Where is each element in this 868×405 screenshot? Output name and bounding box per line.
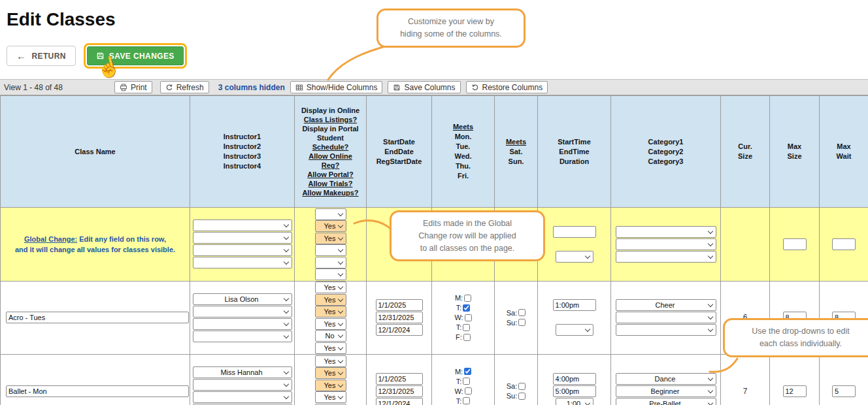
global-instructor2-select[interactable] xyxy=(193,232,292,244)
header-link[interactable]: Meets xyxy=(496,137,536,147)
global-flag1-select[interactable] xyxy=(315,208,346,220)
global-category1-select[interactable] xyxy=(616,226,716,238)
flag1-select[interactable]: Yes xyxy=(315,355,346,367)
reg-start-date-input[interactable] xyxy=(376,398,423,405)
instructor1-select[interactable]: Lisa Olson xyxy=(193,293,292,305)
restore-icon xyxy=(471,84,479,91)
duration-select[interactable] xyxy=(556,324,593,336)
class-name-input[interactable] xyxy=(6,385,189,397)
global-flag5-select[interactable] xyxy=(315,257,346,268)
category3-select[interactable] xyxy=(616,324,716,336)
fri-checkbox[interactable] xyxy=(463,334,471,341)
start-time-input[interactable] xyxy=(553,299,596,311)
thu-checkbox[interactable] xyxy=(463,397,470,404)
reg-start-date-input[interactable] xyxy=(376,324,423,336)
max-wait-input[interactable] xyxy=(832,385,856,397)
wed-checkbox[interactable] xyxy=(465,314,472,321)
instructor3-select[interactable] xyxy=(193,318,292,330)
header-link[interactable]: Allow Makeups? xyxy=(296,188,365,197)
flag2-select[interactable]: Yes xyxy=(315,367,346,379)
header-link[interactable]: Allow Trials? xyxy=(296,179,365,188)
chevron-down-icon xyxy=(337,210,342,216)
flag4-select[interactable]: Yes xyxy=(315,391,346,403)
global-category3-select[interactable] xyxy=(616,251,716,263)
instructor2-select[interactable] xyxy=(193,306,292,317)
wed-checkbox[interactable] xyxy=(465,387,472,395)
chevron-down-icon xyxy=(337,332,342,338)
header-link[interactable]: Schedule? xyxy=(296,142,365,152)
header-link[interactable]: Allow Portal? xyxy=(296,170,365,179)
category2-select[interactable]: Beginner xyxy=(616,385,716,397)
global-max-size-input[interactable] xyxy=(783,238,807,250)
header-link[interactable]: Meets xyxy=(433,122,493,132)
col-header-dates: StartDate EndDate RegStartDate xyxy=(367,96,432,208)
end-date-input[interactable] xyxy=(376,312,423,323)
flag1-select[interactable]: Yes xyxy=(315,282,346,293)
category1-select[interactable]: Cheer xyxy=(616,299,716,311)
global-change-link[interactable]: Global Change: xyxy=(24,235,77,243)
return-button[interactable]: ← RETURN xyxy=(7,46,76,66)
thu-checkbox[interactable] xyxy=(463,324,470,331)
flag2-select[interactable]: Yes xyxy=(315,294,346,306)
chevron-down-icon xyxy=(283,247,288,252)
sun-checkbox[interactable] xyxy=(518,319,526,326)
instructor3-select[interactable] xyxy=(193,391,292,403)
flag5-select[interactable]: No xyxy=(315,330,346,342)
chevron-down-icon xyxy=(707,253,712,259)
global-flag2-select[interactable]: Yes xyxy=(315,220,346,232)
start-date-input[interactable] xyxy=(376,299,423,311)
header-link[interactable]: Reg? xyxy=(296,161,365,170)
category3-select[interactable]: Pre-Ballet xyxy=(616,398,716,405)
restore-columns-button[interactable]: Restore Columns xyxy=(466,81,548,93)
end-date-input[interactable] xyxy=(376,385,423,397)
chevron-down-icon xyxy=(584,327,590,332)
global-category2-select[interactable] xyxy=(616,238,716,250)
instructor1-select[interactable]: Miss Hannah xyxy=(193,366,292,378)
chevron-down-icon xyxy=(283,381,288,387)
start-date-input[interactable] xyxy=(376,373,423,385)
global-duration-select[interactable] xyxy=(556,251,593,263)
tue-checkbox[interactable] xyxy=(463,304,470,312)
flag6-select[interactable]: Yes xyxy=(315,342,346,354)
header-link[interactable]: Class Listings? xyxy=(296,115,365,124)
categories-cell: Dance Beginner Pre-Ballet xyxy=(611,355,721,405)
global-instructor3-select[interactable] xyxy=(193,244,292,256)
global-flag3-select[interactable]: Yes xyxy=(315,233,346,244)
global-instructor1-select[interactable] xyxy=(193,219,292,231)
sun-checkbox[interactable] xyxy=(518,393,526,400)
global-flag4-select[interactable] xyxy=(315,244,346,256)
category2-select[interactable] xyxy=(616,312,716,323)
flag3-select[interactable]: Yes xyxy=(315,380,346,391)
print-button[interactable]: Print xyxy=(114,81,152,93)
sat-checkbox[interactable] xyxy=(518,309,526,316)
end-time-input[interactable] xyxy=(553,385,596,397)
global-instructor4-select[interactable] xyxy=(193,257,292,268)
refresh-button[interactable]: Refresh xyxy=(160,81,209,93)
class-name-input[interactable] xyxy=(6,312,189,323)
save-columns-button[interactable]: Save Columns xyxy=(388,81,460,93)
meets-fri: F: xyxy=(456,332,471,342)
flag4-select[interactable]: Yes xyxy=(315,318,346,330)
flag3-select[interactable]: Yes xyxy=(315,306,346,317)
chevron-down-icon xyxy=(337,247,342,252)
start-time-input[interactable] xyxy=(553,373,596,385)
header-link[interactable]: Allow Online xyxy=(296,152,365,161)
tue-checkbox[interactable] xyxy=(463,378,470,385)
chevron-down-icon xyxy=(283,394,288,399)
global-start-time-input[interactable] xyxy=(553,226,596,238)
global-flag6-select[interactable] xyxy=(315,268,346,280)
sat-checkbox[interactable] xyxy=(518,383,526,390)
instructor4-select[interactable] xyxy=(193,331,292,342)
mon-checkbox[interactable] xyxy=(464,295,471,302)
meets-mon: M: xyxy=(455,366,471,376)
category1-select[interactable]: Dance xyxy=(616,373,716,385)
global-max-wait-input[interactable] xyxy=(832,238,856,250)
mon-checkbox[interactable] xyxy=(464,368,471,375)
meets-thu: T: xyxy=(456,323,471,332)
back-arrow-icon: ← xyxy=(16,50,26,61)
max-size-input[interactable] xyxy=(783,385,807,397)
instructor2-select[interactable] xyxy=(193,379,292,391)
duration-select[interactable]: 1:00 xyxy=(556,398,593,405)
save-changes-button[interactable]: SAVE CHANGES xyxy=(87,46,184,65)
class-name-cell xyxy=(1,355,190,405)
